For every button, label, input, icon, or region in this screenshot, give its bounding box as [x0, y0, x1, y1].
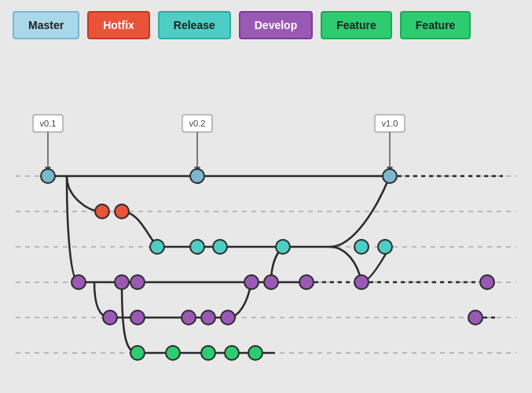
svg-point-46	[130, 310, 145, 325]
svg-point-50	[468, 310, 482, 325]
svg-point-29	[95, 204, 109, 219]
git-diagram: v0.1 v0.2 v1.0	[0, 50, 532, 373]
svg-point-55	[248, 346, 262, 360]
svg-point-40	[244, 275, 259, 289]
svg-point-39	[130, 275, 145, 289]
svg-point-37	[72, 275, 86, 289]
svg-point-48	[201, 310, 215, 325]
svg-point-52	[166, 346, 180, 360]
svg-point-45	[103, 310, 117, 325]
svg-point-41	[264, 275, 278, 289]
svg-point-49	[221, 310, 235, 325]
svg-point-42	[299, 275, 314, 289]
svg-point-28	[383, 169, 397, 183]
svg-point-54	[225, 346, 239, 360]
svg-text:v0.2: v0.2	[189, 119, 206, 128]
svg-point-26	[41, 169, 55, 183]
svg-point-30	[115, 204, 129, 219]
svg-point-36	[378, 240, 392, 254]
svg-point-32	[190, 240, 204, 254]
legend: Master Hotfix Release Develop Feature Fe…	[0, 0, 532, 50]
legend-hotfix: Hotfix	[87, 11, 150, 39]
svg-point-31	[150, 240, 164, 254]
svg-point-53	[201, 346, 215, 360]
svg-point-33	[213, 240, 227, 254]
svg-point-38	[115, 275, 129, 289]
legend-master: Master	[13, 11, 79, 39]
svg-point-51	[130, 346, 145, 360]
svg-point-47	[182, 310, 196, 325]
legend-develop: Develop	[239, 11, 313, 39]
svg-text:v1.0: v1.0	[382, 119, 398, 128]
legend-feature2: Feature	[400, 11, 471, 39]
svg-point-34	[276, 240, 290, 254]
svg-point-44	[480, 275, 494, 289]
legend-release: Release	[158, 11, 231, 39]
svg-point-43	[354, 275, 369, 289]
svg-text:v0.1: v0.1	[40, 119, 57, 128]
svg-point-27	[190, 169, 204, 183]
legend-feature1: Feature	[321, 11, 392, 39]
svg-point-35	[354, 240, 369, 254]
